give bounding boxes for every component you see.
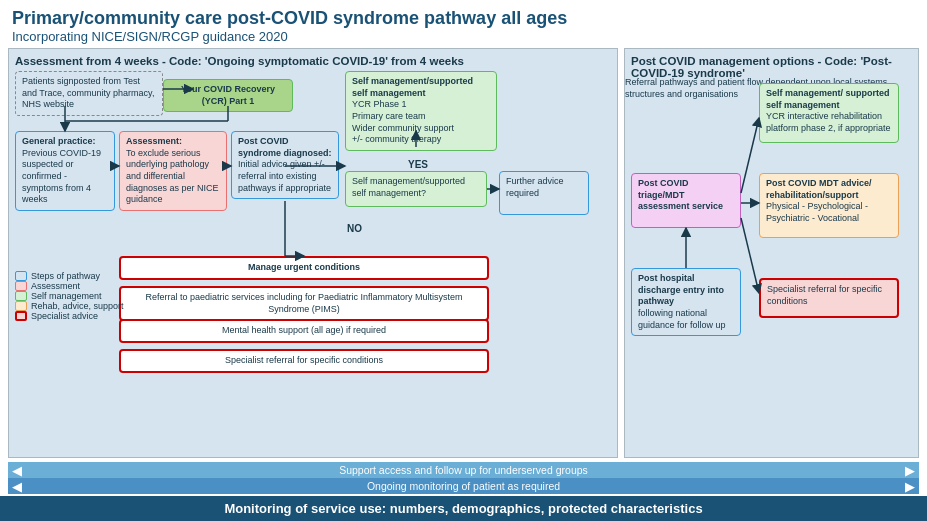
general-practice-box: General practice: Previous COVID-19 susp… [15,131,115,211]
patients-signposted-box: Patients signposted from Test and Trace,… [15,71,163,116]
post-covid-mdt-box: Post COVID MDT advice/ rehabilitation/su… [759,173,899,238]
page-header: Primary/community care post-COVID syndro… [0,0,927,48]
support-arrow: Support access and follow up for underse… [8,462,919,478]
legend-color-rehab [15,301,27,311]
no-label: NO [347,223,362,234]
main-content: Assessment from 4 weeks - Code: 'Ongoing… [0,48,927,458]
legend-item-assessment: Assessment [15,281,124,291]
post-hospital-box: Post hospital discharge entry into pathw… [631,268,741,336]
left-diagram: Patients signposted from Test and Trace,… [15,71,611,391]
legend-item-specialist: Specialist advice [15,311,124,321]
further-advice-box: Further advice required [499,171,589,215]
referral-paediatric-box: Referral to paediatric services includin… [119,286,489,321]
left-panel: Assessment from 4 weeks - Code: 'Ongoing… [8,48,618,458]
right-panel: Post COVID management options - Code: 'P… [624,48,919,458]
specialist-referral-left-box: Specialist referral for specific conditi… [119,349,489,373]
legend-item-selfmgmt: Self management [15,291,124,301]
post-covid-diagnosed-box: Post COVID syndrome diagnosed: Initial a… [231,131,339,199]
specialist-referral-right-box: Specialist referral for specific conditi… [759,278,899,318]
ycr-box: Your COVID Recovery (YCR) Part 1 [163,79,293,112]
left-arrows-svg [15,71,611,391]
yes-label: YES [408,159,428,170]
legend-color-selfmgmt [15,291,27,301]
svg-line-13 [741,118,759,193]
left-panel-header: Assessment from 4 weeks - Code: 'Ongoing… [15,55,611,67]
legend-color-specialist [15,311,27,321]
legend-item-rehab: Rehab, advice, support [15,301,124,311]
bottom-arrows: Support access and follow up for underse… [8,462,919,494]
legend-item-steps: Steps of pathway [15,271,124,281]
legend-color-steps [15,271,27,281]
legend: Steps of pathway Assessment Self managem… [15,271,124,321]
manage-urgent-box: Manage urgent conditions [119,256,489,280]
self-management-right-box: Self management/ supported self manageme… [759,83,899,143]
self-management-top-box: Self management/supported self managemen… [345,71,497,151]
mental-health-box: Mental health support (all age) if requi… [119,319,489,343]
footer-bar: Monitoring of service use: numbers, demo… [0,496,927,521]
self-management-question-box: Self management/supported self managemen… [345,171,487,207]
monitoring-arrow: Ongoing monitoring of patient as require… [8,478,919,494]
legend-color-assessment [15,281,27,291]
post-covid-triage-box: Post COVID triage/MDT assessment service [631,173,741,228]
right-diagram: Post COVID triage/MDT assessment service… [631,83,912,403]
page-subtitle: Incorporating NICE/SIGN/RCGP guidance 20… [12,29,915,44]
svg-line-15 [741,218,759,293]
page: Primary/community care post-COVID syndro… [0,0,927,521]
page-title: Primary/community care post-COVID syndro… [12,8,915,29]
right-panel-header: Post COVID management options - Code: 'P… [631,55,912,79]
assessment-box: Assessment: To exclude serious underlyin… [119,131,227,211]
